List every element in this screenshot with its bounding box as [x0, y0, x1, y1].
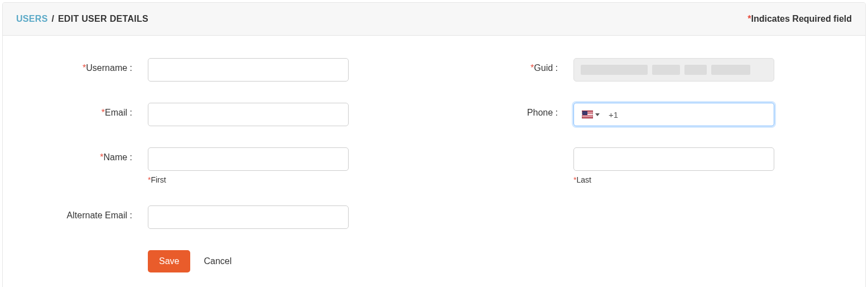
redacted-block [711, 65, 750, 75]
save-button[interactable]: Save [148, 250, 190, 272]
label-guid: *Guid : [451, 58, 573, 73]
label-email: *Email : [25, 103, 148, 118]
right-column: *Guid : Phone : [451, 58, 843, 272]
cancel-button[interactable]: Cancel [204, 256, 232, 266]
country-code-selector[interactable] [578, 108, 603, 121]
form-body: *Username : *Email : *Na [3, 36, 865, 287]
us-flag-icon [582, 111, 593, 118]
chevron-down-icon [595, 113, 600, 116]
phone-prefix: +1 [603, 110, 618, 119]
form-actions: Save Cancel [148, 250, 417, 272]
label-last-name-empty [451, 147, 573, 152]
breadcrumb-separator: / [51, 14, 54, 23]
alternate-email-input[interactable] [148, 205, 349, 229]
row-guid: *Guid : [451, 58, 843, 82]
edit-user-panel: USERS / EDIT USER DETAILS *Indicates Req… [2, 2, 866, 287]
guid-display [573, 58, 774, 82]
row-alternate-email: Alternate Email : [25, 205, 417, 229]
row-name: *Name : *First [25, 147, 417, 184]
breadcrumb-current: EDIT USER DETAILS [58, 14, 148, 23]
row-username: *Username : [25, 58, 417, 82]
label-username: *Username : [25, 58, 148, 73]
row-last-name: *Last [451, 147, 843, 184]
label-name: *Name : [25, 147, 148, 162]
row-phone: Phone : +1 [451, 103, 843, 126]
breadcrumb-root[interactable]: USERS [16, 14, 48, 23]
first-name-input[interactable] [148, 147, 349, 171]
last-name-input[interactable] [573, 147, 774, 171]
redacted-block [581, 65, 648, 75]
sublabel-last: *Last [573, 175, 774, 184]
row-email: *Email : [25, 103, 417, 126]
phone-input[interactable] [618, 103, 774, 126]
phone-input-wrap[interactable]: +1 [573, 103, 774, 126]
panel-header: USERS / EDIT USER DETAILS *Indicates Req… [3, 3, 865, 36]
sublabel-first: *First [148, 175, 349, 184]
required-field-note: *Indicates Required field [748, 14, 852, 24]
redacted-block [652, 65, 680, 75]
breadcrumb: USERS / EDIT USER DETAILS [16, 14, 148, 24]
email-input[interactable] [148, 103, 349, 126]
redacted-block [684, 65, 707, 75]
left-column: *Username : *Email : *Na [25, 58, 417, 272]
label-alternate-email: Alternate Email : [25, 205, 148, 221]
label-phone: Phone : [451, 103, 573, 118]
username-input[interactable] [148, 58, 349, 82]
